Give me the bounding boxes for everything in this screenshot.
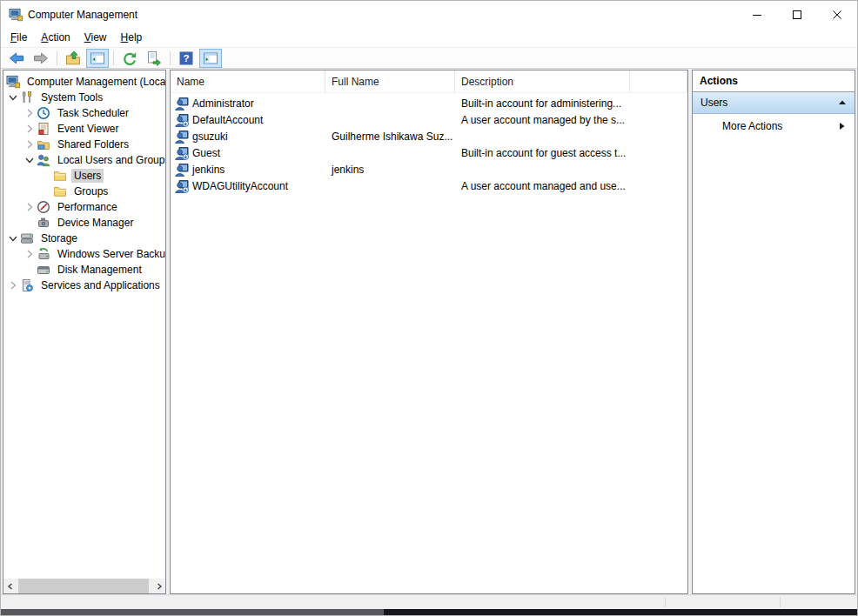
- users-groups-icon: [37, 153, 50, 167]
- user-description: Built-in account for guest access t...: [455, 147, 630, 159]
- scroll-left-arrow[interactable]: [3, 579, 17, 593]
- user-icon: [175, 163, 189, 177]
- tree-horizontal-scrollbar[interactable]: [3, 579, 165, 593]
- tree-item-performance[interactable]: Performance: [3, 199, 165, 215]
- chevron-expanded-icon[interactable]: [23, 153, 37, 167]
- toolbar-separator: [113, 51, 114, 65]
- help-icon: ?: [178, 50, 194, 66]
- user-name: WDAGUtilityAccount: [192, 180, 288, 192]
- main-area: Computer Management (Local)System ToolsT…: [1, 69, 857, 594]
- show-hide-action-pane-button[interactable]: [199, 49, 222, 68]
- console-tree-icon: [90, 50, 105, 66]
- toolbar-separator: [170, 51, 171, 65]
- tree-item-windows-server-backup[interactable]: Windows Server Backup: [3, 246, 165, 262]
- tree-item-event-viewer[interactable]: Event Viewer: [3, 121, 165, 137]
- tree-item-label: Computer Management (Local): [24, 75, 165, 89]
- tree-item-task-scheduler[interactable]: Task Scheduler: [3, 105, 165, 121]
- tree-item-label: Local Users and Groups: [55, 153, 165, 167]
- console-tree-pane: Computer Management (Local)System ToolsT…: [3, 70, 166, 594]
- disk-management-icon: [37, 263, 50, 277]
- column-header-name[interactable]: Name: [171, 70, 325, 92]
- menu-help[interactable]: Help: [114, 28, 150, 47]
- performance-icon: [37, 200, 50, 214]
- help-button[interactable]: ?: [175, 49, 198, 68]
- user-icon: [175, 97, 189, 110]
- user-disabled-icon: [175, 146, 189, 160]
- user-description: Built-in account for administering...: [455, 97, 630, 110]
- column-header-full-name[interactable]: Full Name: [325, 70, 455, 92]
- expander-spacer: [23, 263, 37, 277]
- action-pane-icon: [203, 50, 218, 66]
- show-hide-console-tree-button[interactable]: [86, 49, 109, 68]
- menu-file[interactable]: File: [3, 28, 34, 47]
- user-row-wdagutilityaccount[interactable]: WDAGUtilityAccountA user account managed…: [171, 177, 687, 194]
- folder-icon: [53, 184, 67, 198]
- tree-item-system-tools[interactable]: System Tools: [3, 90, 165, 105]
- user-name: Guest: [192, 147, 220, 159]
- tree-item-computer-management-local[interactable]: Computer Management (Local): [3, 74, 165, 90]
- chevron-collapsed-icon[interactable]: [23, 200, 37, 214]
- menu-action[interactable]: Action: [34, 28, 77, 47]
- back-button[interactable]: [5, 49, 28, 68]
- user-row-defaultaccount[interactable]: DefaultAccountA user account managed by …: [171, 111, 687, 128]
- refresh-button[interactable]: [118, 49, 141, 68]
- chevron-expanded-icon[interactable]: [6, 231, 20, 245]
- tree-item-shared-folders[interactable]: Shared Folders: [3, 137, 165, 152]
- close-button[interactable]: [817, 1, 857, 28]
- menu-view[interactable]: View: [77, 28, 114, 47]
- tree-item-device-manager[interactable]: Device Manager: [3, 215, 165, 231]
- users-list: AdministratorBuilt-in account for admini…: [171, 93, 687, 194]
- more-actions-item[interactable]: More Actions: [693, 114, 855, 137]
- tree-item-label: Windows Server Backup: [55, 247, 165, 261]
- column-header-description[interactable]: Description: [455, 70, 630, 92]
- folder-icon: [53, 169, 67, 183]
- tree-item-groups[interactable]: Groups: [3, 184, 165, 199]
- actions-group-users[interactable]: Users: [693, 92, 855, 114]
- tree-item-label: Task Scheduler: [55, 106, 131, 120]
- maximize-button[interactable]: [777, 1, 817, 28]
- user-row-gsuzuki[interactable]: gsuzukiGuilherme Ishikawa Suz...: [171, 128, 687, 144]
- minimize-button[interactable]: [737, 1, 777, 28]
- tree-item-disk-management[interactable]: Disk Management: [3, 262, 165, 278]
- tree-item-label: Groups: [71, 184, 111, 198]
- chevron-collapsed-icon[interactable]: [23, 106, 37, 120]
- actions-pane: Actions Users More Actions: [692, 70, 855, 594]
- export-list-button[interactable]: [143, 49, 165, 68]
- user-description: A user account managed and use...: [455, 180, 630, 192]
- scroll-right-arrow[interactable]: [152, 579, 165, 593]
- user-row-administrator[interactable]: AdministratorBuilt-in account for admini…: [171, 95, 687, 111]
- svg-text:?: ?: [183, 53, 189, 64]
- chevron-expanded-icon[interactable]: [6, 90, 20, 104]
- tree-item-label: Device Manager: [55, 216, 136, 230]
- computer-icon: [6, 75, 20, 89]
- services-apps-icon: [20, 278, 34, 292]
- task-scheduler-icon: [37, 106, 50, 120]
- computer-management-window: Computer Management FileActionViewHelp ?…: [0, 0, 858, 616]
- status-bar-divider: [665, 597, 666, 607]
- collapse-group-icon[interactable]: [838, 98, 847, 107]
- up-one-level-button[interactable]: [62, 49, 84, 68]
- chevron-collapsed-icon[interactable]: [6, 278, 20, 292]
- chevron-collapsed-icon[interactable]: [23, 137, 37, 151]
- tree-item-services-and-applications[interactable]: Services and Applications: [3, 278, 165, 293]
- chevron-collapsed-icon[interactable]: [23, 122, 37, 136]
- user-full-name: Guilherme Ishikawa Suz...: [325, 131, 455, 143]
- tree-item-users[interactable]: Users: [3, 168, 165, 184]
- user-name: jenkins: [192, 164, 225, 176]
- user-row-jenkins[interactable]: jenkinsjenkins: [171, 161, 687, 177]
- user-row-guest[interactable]: GuestBuilt-in account for guest access t…: [171, 144, 687, 161]
- user-name: gsuzuki: [192, 131, 228, 143]
- scrollbar-track[interactable]: [17, 579, 152, 593]
- forward-button[interactable]: [30, 49, 52, 68]
- chevron-collapsed-icon[interactable]: [23, 247, 37, 261]
- tree-item-local-users-and-groups[interactable]: Local Users and Groups: [3, 152, 165, 168]
- minimize-icon: [753, 10, 761, 19]
- scrollbar-thumb[interactable]: [18, 579, 149, 593]
- computer-management-app-icon: [9, 8, 23, 22]
- device-manager-icon: [37, 216, 50, 230]
- column-header-blank[interactable]: [630, 70, 687, 92]
- window-controls: [737, 1, 857, 28]
- tree-item-label: Event Viewer: [55, 122, 121, 136]
- chevron-left-icon: [7, 583, 14, 590]
- tree-item-storage[interactable]: Storage: [3, 231, 165, 246]
